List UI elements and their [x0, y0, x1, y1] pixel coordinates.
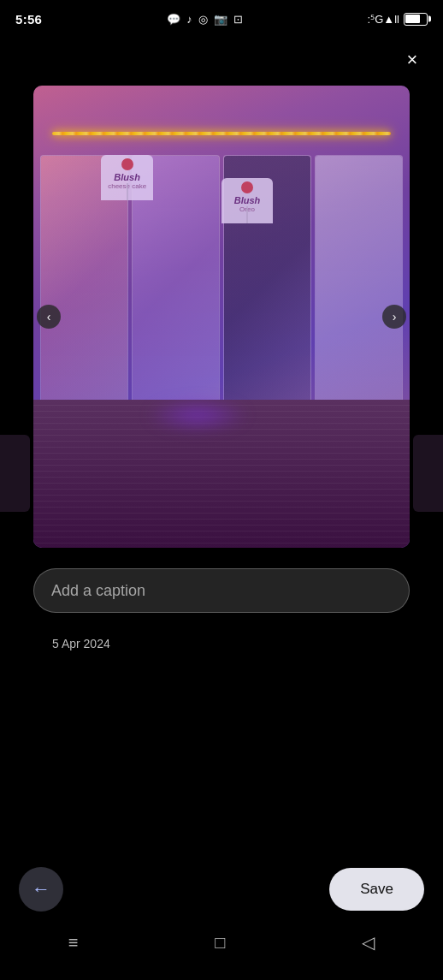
main-content: × — [0, 34, 443, 912]
close-button[interactable]: × — [397, 45, 428, 75]
instagram-icon: ◎ — [198, 13, 208, 26]
signal-icon: :⁵G▲ll — [368, 13, 399, 26]
sign-1: Blush cheese cake — [101, 155, 153, 200]
battery-level: 48 — [412, 15, 420, 23]
bottom-home-icon[interactable]: □ — [215, 933, 225, 953]
tray-content-4 — [316, 156, 402, 408]
app-icon: ⊡ — [233, 13, 243, 26]
camera-icon: 📷 — [214, 13, 227, 26]
sign-logo-2 — [241, 181, 253, 193]
purple-glow — [146, 398, 249, 432]
photo: Blush cheese cake Blush Oreo — [33, 86, 410, 548]
sign-logo-1 — [121, 158, 133, 170]
led-strip — [52, 132, 391, 135]
sign-flavor-1: cheese cake — [108, 182, 146, 190]
whatsapp-icon: 💬 — [167, 13, 180, 26]
sign-brand-1: Blush — [108, 172, 146, 182]
side-thumbnail-left[interactable] — [0, 435, 30, 512]
tiktok-icon: ♪ — [186, 13, 192, 26]
bottom-back-icon[interactable]: ◁ — [362, 932, 375, 953]
date-label: 5 Apr 2024 — [52, 637, 110, 650]
nav-arrow-right[interactable]: › — [382, 305, 406, 329]
sign-brand-2: Blush — [228, 195, 266, 205]
nav-arrow-left[interactable]: ‹ — [37, 305, 61, 329]
status-icons: 💬 ♪ ◎ 📷 ⊡ — [167, 13, 243, 26]
bottom-nav: ≡ □ ◁ — [0, 912, 443, 980]
caption-area — [33, 568, 410, 613]
status-bar: 5:56 💬 ♪ ◎ 📷 ⊡ :⁵G▲ll 48 — [0, 0, 443, 34]
sign-flavor-2: Oreo — [228, 205, 266, 213]
save-button[interactable]: Save — [329, 868, 424, 911]
back-icon: ← — [32, 878, 50, 900]
side-thumbnail-right[interactable] — [413, 435, 443, 512]
status-time: 5:56 — [15, 12, 42, 27]
save-label: Save — [360, 881, 393, 898]
caption-input[interactable] — [33, 568, 410, 613]
back-button[interactable]: ← — [19, 867, 63, 912]
status-right: :⁵G▲ll 48 — [368, 13, 428, 26]
action-bar: ← Save — [0, 867, 443, 912]
bottom-menu-icon[interactable]: ≡ — [68, 933, 79, 953]
tray-4 — [315, 155, 403, 409]
battery-indicator: 48 — [404, 13, 428, 26]
image-container: Blush cheese cake Blush Oreo ‹ › — [33, 86, 410, 548]
sign-2: Blush Oreo — [222, 178, 273, 223]
